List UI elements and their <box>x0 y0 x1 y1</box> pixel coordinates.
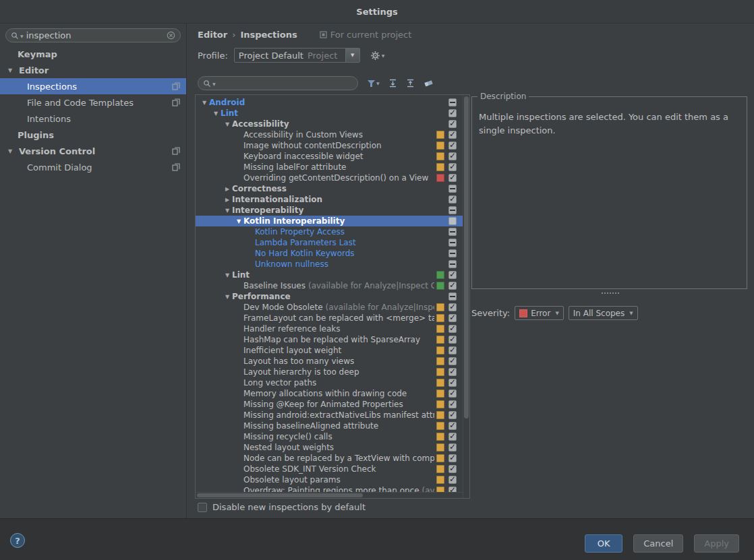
tree-row-lint[interactable]: ▼Lint <box>196 270 469 280</box>
tree-row-missing-baselinealigned-attribute[interactable]: Missing baselineAligned attribute <box>196 421 469 431</box>
inspection-checkbox[interactable] <box>448 174 457 182</box>
collapse-node-icon[interactable]: ▼ <box>234 218 243 224</box>
tree-row-internationalization[interactable]: ▶Internationalization <box>196 194 469 205</box>
tree-row-accessibility-in-custom-views[interactable]: Accessibility in Custom Views <box>196 129 469 140</box>
inspection-checkbox[interactable] <box>448 314 457 322</box>
inspections-search-field[interactable]: ▼ <box>198 76 358 90</box>
tree-row-android[interactable]: ▼Android <box>196 97 469 108</box>
tree-row-memory-allocations-within-drawing-code[interactable]: Memory allocations within drawing code <box>196 388 469 399</box>
expand-arrow-icon[interactable]: ▼ <box>8 148 19 154</box>
inspection-checkbox[interactable] <box>448 379 457 387</box>
inspection-checkbox[interactable] <box>448 195 457 204</box>
collapse-node-icon[interactable]: ▼ <box>200 100 209 106</box>
clear-icon[interactable] <box>167 31 175 40</box>
collapse-node-icon[interactable]: ▼ <box>223 208 232 214</box>
profile-combo[interactable]: Project Default Project ▼ <box>234 48 360 63</box>
splitter-handle[interactable] <box>602 292 619 294</box>
inspection-checkbox[interactable] <box>448 228 457 236</box>
tree-row-lambda-parameters-last[interactable]: Lambda Parameters Last <box>196 237 469 248</box>
inspection-checkbox[interactable] <box>448 292 457 301</box>
inspection-checkbox[interactable] <box>448 346 457 354</box>
profile-actions-button[interactable]: ▼ <box>370 51 385 61</box>
tree-row-no-hard-kotlin-keywords[interactable]: No Hard Kotlin Keywords <box>196 248 469 259</box>
tree-row-missing-keep-for-animated-properties[interactable]: Missing @Keep for Animated Properties <box>196 399 469 410</box>
inspection-checkbox[interactable] <box>448 142 457 150</box>
inspection-checkbox[interactable] <box>448 163 457 171</box>
tree-row-obsolete-layout-params[interactable]: Obsolete layout params <box>196 474 469 485</box>
inspection-checkbox[interactable] <box>448 357 457 365</box>
tree-row-overriding-getcontentdescription-on-a-view[interactable]: Overriding getContentDescription() on a … <box>196 173 469 183</box>
horizontal-scrollbar-thumb[interactable] <box>197 493 363 497</box>
sidebar-item-file-and-code-templates[interactable]: File and Code Templates <box>0 94 186 111</box>
breadcrumb-editor[interactable]: Editor <box>198 30 227 40</box>
tree-row-hashmap-can-be-replaced-with-sparsearray[interactable]: HashMap can be replaced with SparseArray <box>196 334 469 345</box>
inspection-checkbox[interactable] <box>448 390 457 398</box>
tree-row-kotlin-interoperability[interactable]: ▼Kotlin Interoperability <box>196 216 469 226</box>
inspection-checkbox[interactable] <box>448 303 457 311</box>
tree-row-image-without-contentdescription[interactable]: Image without contentDescription <box>196 140 469 151</box>
tree-row-nested-layout-weights[interactable]: Nested layout weights <box>196 442 469 453</box>
sidebar-item-keymap[interactable]: Keymap <box>0 46 186 62</box>
inspection-checkbox[interactable] <box>448 411 457 419</box>
inspection-checkbox[interactable] <box>448 239 457 247</box>
sidebar-item-inspections[interactable]: Inspections <box>0 78 186 94</box>
inspection-checkbox[interactable] <box>448 400 457 408</box>
sidebar-item-commit-dialog[interactable]: Commit Dialog <box>0 159 186 175</box>
tree-row-node-can-be-replaced-by-a-textview-with-comp[interactable]: Node can be replaced by a TextView with … <box>196 453 469 464</box>
apply-button[interactable]: Apply <box>694 534 739 553</box>
collapse-node-icon[interactable]: ▼ <box>211 111 221 117</box>
expand-arrow-icon[interactable]: ▼ <box>8 67 19 73</box>
tree-row-framelayout-can-be-replaced-with-merge-ta[interactable]: FrameLayout can be replaced with <merge>… <box>196 313 469 323</box>
inspection-checkbox[interactable] <box>448 465 457 473</box>
tree-row-handler-reference-leaks[interactable]: Handler reference leaks <box>196 323 469 334</box>
ok-button[interactable]: OK <box>585 534 622 553</box>
inspection-checkbox[interactable] <box>448 152 457 160</box>
tree-row-accessibility[interactable]: ▼Accessibility <box>196 119 469 129</box>
search-history-arrow-icon[interactable]: ▼ <box>212 82 216 86</box>
disable-new-inspections-checkbox[interactable] <box>198 503 207 512</box>
tree-row-missing-labelfor-attribute[interactable]: Missing labelFor attribute <box>196 162 469 173</box>
collapse-all-button[interactable] <box>406 79 415 88</box>
inspection-checkbox[interactable] <box>448 271 457 279</box>
collapse-node-icon[interactable]: ▼ <box>223 272 232 278</box>
inspection-checkbox[interactable] <box>448 368 457 376</box>
vertical-scrollbar-thumb[interactable] <box>464 96 469 418</box>
expand-node-icon[interactable]: ▶ <box>223 197 232 203</box>
expand-all-button[interactable] <box>388 79 397 88</box>
tree-row-layout-has-too-many-views[interactable]: Layout has too many views <box>196 356 469 367</box>
inspection-checkbox[interactable] <box>448 325 457 333</box>
tree-row-unknown-nullness[interactable]: Unknown nullness <box>196 259 469 270</box>
severity-combo[interactable]: Error ▼ <box>515 306 564 320</box>
tree-row-baseline-issues[interactable]: Baseline Issues(available for Analyze|In… <box>196 280 469 291</box>
tree-row-interoperability[interactable]: ▼Interoperability <box>196 205 469 216</box>
tree-row-layout-hierarchy-is-too-deep[interactable]: Layout hierarchy is too deep <box>196 367 469 377</box>
vertical-scrollbar[interactable] <box>463 95 469 498</box>
inspection-checkbox[interactable] <box>448 109 457 117</box>
tree-row-keyboard-inaccessible-widget[interactable]: Keyboard inaccessible widget <box>196 151 469 162</box>
sidebar-item-version-control[interactable]: ▼Version Control <box>0 143 186 159</box>
inspection-checkbox[interactable] <box>448 433 457 441</box>
tree-row-missing-recycle-calls[interactable]: Missing recycle() calls <box>196 431 469 442</box>
sidebar-item-plugins[interactable]: Plugins <box>0 127 186 143</box>
cancel-button[interactable]: Cancel <box>633 534 683 553</box>
horizontal-scrollbar[interactable] <box>196 492 463 498</box>
tree-row-correctness[interactable]: ▶Correctness <box>196 183 469 194</box>
tree-row-obsolete-sdk-int-version-check[interactable]: Obsolete SDK_INT Version Check <box>196 464 469 474</box>
sidebar-search-field[interactable]: ▼ inspection <box>5 28 181 42</box>
inspection-checkbox[interactable] <box>448 454 457 462</box>
collapse-node-icon[interactable]: ▼ <box>223 294 232 300</box>
inspection-checkbox[interactable] <box>448 120 457 128</box>
profile-combo-arrow[interactable]: ▼ <box>345 49 359 62</box>
inspection-checkbox[interactable] <box>448 206 457 214</box>
sidebar-item-editor[interactable]: ▼Editor <box>0 62 186 78</box>
tree-row-missing-android-extractnativelibs-manifest-attr[interactable]: Missing android:extractNativeLibs manife… <box>196 410 469 421</box>
inspection-checkbox[interactable] <box>448 476 457 484</box>
reset-button[interactable] <box>424 79 434 88</box>
collapse-node-icon[interactable]: ▼ <box>223 121 232 127</box>
inspection-checkbox[interactable] <box>448 260 457 268</box>
tree-row-long-vector-paths[interactable]: Long vector paths <box>196 377 469 388</box>
filter-button[interactable]: ▼ <box>367 80 380 88</box>
inspection-checkbox[interactable] <box>448 443 457 452</box>
tree-row-dev-mode-obsolete[interactable]: Dev Mode Obsolete(available for Analyze|… <box>196 302 469 313</box>
sidebar-item-intentions[interactable]: Intentions <box>0 111 186 127</box>
